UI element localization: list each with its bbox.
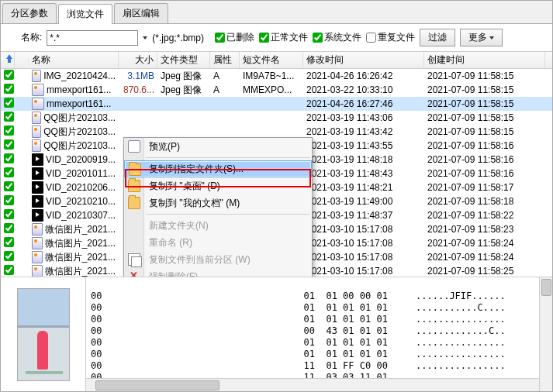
col-size[interactable]: 大小 [119, 52, 157, 68]
tab-browse-files[interactable]: 浏览文件 [58, 4, 112, 24]
del-icon [128, 270, 140, 277]
image-icon [32, 84, 44, 96]
file-name-cell: 微信图片_2021... [29, 223, 119, 236]
menu-item-label: 预览(P) [149, 140, 180, 153]
file-name-cell: 微信图片_2021... [29, 237, 119, 250]
row-checkbox[interactable] [1, 195, 15, 208]
menu-item-label: 复制到 "我的文档" (M) [149, 197, 240, 210]
file-name-cell: VID_20201011... [29, 167, 119, 180]
preview-icon [128, 140, 140, 153]
col-type[interactable]: 文件类型 [157, 52, 210, 68]
file-mod-cell: 2021-03-19 11:43:06 [303, 112, 424, 123]
image-icon [32, 126, 41, 138]
col-short[interactable]: 短文件名 [240, 52, 303, 68]
file-cre-cell: 2021-07-09 11:58:23 [424, 224, 545, 235]
row-checkbox[interactable] [1, 181, 15, 194]
table-row[interactable]: mmexport161...2021-04-26 16:27:462021-07… [1, 97, 552, 111]
row-checkbox[interactable] [1, 251, 15, 263]
menu-item-label: 复制文件到当前分区 (W) [149, 253, 251, 266]
row-checkbox[interactable] [1, 237, 15, 249]
chk-normal[interactable]: 正常文件 [259, 31, 308, 44]
file-cre-cell: 2021-07-09 11:58:18 [424, 196, 545, 207]
file-size-cell: 3.1MB [119, 70, 157, 81]
file-cre-cell: 2021-07-09 11:58:17 [424, 182, 545, 193]
more-button[interactable]: 更多 [460, 29, 503, 46]
folder-icon [129, 163, 141, 176]
arrow-up-icon [4, 53, 15, 64]
menu-item: 重命名 (R) [124, 234, 312, 251]
row-checkbox[interactable] [1, 70, 15, 82]
table-row[interactable]: QQ图片202103...2021-03-19 11:43:062021-07-… [1, 111, 552, 125]
menu-item-label: 强制删除(F) [149, 270, 198, 277]
file-cre-cell: 2021-07-09 11:58:15 [424, 70, 545, 81]
up-folder-button[interactable] [1, 52, 15, 68]
name-pattern-input[interactable] [47, 30, 138, 46]
hex-horizontal-scrollbar[interactable] [86, 378, 539, 391]
file-cre-cell: 2021-07-09 11:58:15 [424, 98, 545, 109]
thumbnail-image [17, 288, 70, 381]
file-name-cell: VID_20210210... [29, 195, 119, 208]
col-name[interactable]: 名称 [29, 52, 119, 68]
file-cre-cell: 2021-07-09 11:58:16 [424, 154, 545, 165]
chk-dup[interactable]: 重复文件 [366, 31, 415, 44]
table-row[interactable]: mmexport161...870.6...Jpeg 图像AMMEXPO...2… [1, 83, 552, 97]
image-icon [32, 70, 41, 82]
file-name-cell: QQ图片202103... [29, 139, 119, 153]
file-cre-cell: 2021-07-09 11:58:16 [424, 168, 545, 179]
file-mod-cell: 2021-03-19 11:43:42 [303, 126, 424, 137]
col-mod[interactable]: 修改时间 [303, 52, 424, 68]
chk-system[interactable]: 系统文件 [313, 31, 361, 44]
row-checkbox[interactable] [1, 209, 15, 222]
row-checkbox[interactable] [1, 84, 15, 96]
menu-separator [146, 157, 310, 158]
menu-item[interactable]: 复制到 "桌面" (D) [124, 177, 312, 194]
context-menu: 预览(P)复制到指定文件夹(S)...复制到 "桌面" (D)复制到 "我的文档… [123, 137, 313, 277]
file-name-cell: VID_20210206... [29, 181, 119, 194]
file-name-cell: 微信图片_2021... [29, 251, 119, 264]
row-checkbox[interactable] [1, 98, 15, 110]
menu-item[interactable]: 复制到 "我的文档" (M) [124, 194, 312, 211]
menu-item: 强制删除(F) [124, 268, 312, 277]
filter-button[interactable]: 过滤 [420, 29, 455, 46]
chevron-down-icon [489, 36, 494, 40]
row-checkbox[interactable] [1, 112, 15, 124]
file-mod-cell: 2021-04-26 16:26:42 [303, 70, 424, 81]
file-cre-cell: 2021-07-09 11:58:25 [424, 266, 545, 277]
folder-icon [128, 197, 140, 209]
tab-sector-edit[interactable]: 扇区编辑 [114, 3, 168, 23]
file-mod-cell: 2021-03-19 11:43:55 [303, 140, 424, 151]
image-icon [32, 139, 41, 152]
image-icon [32, 98, 44, 110]
menu-separator [146, 214, 310, 215]
video-icon [32, 181, 43, 194]
row-checkbox[interactable] [1, 223, 15, 236]
table-row[interactable]: IMG_20210424...3.1MBJpeg 图像AIM9A7B~1...2… [1, 69, 552, 83]
main-tabs: 分区参数 浏览文件 扇区编辑 [1, 1, 552, 24]
hex-vertical-scrollbar[interactable] [539, 277, 552, 391]
file-mod-cell: 2021-03-19 11:49:00 [303, 196, 424, 207]
bottom-panel: 00 01 01 00 00 01 ......JFIF...... 00 01… [1, 277, 552, 391]
dropdown-icon[interactable] [143, 36, 147, 40]
menu-item-label: 复制到 "桌面" (D) [149, 180, 220, 193]
row-checkbox[interactable] [1, 139, 15, 152]
table-header: 名称 大小 文件类型 属性 短文件名 修改时间 创建时间 [1, 52, 552, 69]
video-icon [32, 153, 43, 166]
row-checkbox[interactable] [1, 265, 15, 277]
tab-partition-params[interactable]: 分区参数 [2, 3, 57, 23]
col-cre[interactable]: 创建时间 [424, 52, 545, 68]
file-attr-cell: A [210, 70, 240, 81]
hex-viewer[interactable]: 00 01 01 00 00 01 ......JFIF...... 00 01… [86, 277, 552, 391]
col-attr[interactable]: 属性 [210, 52, 240, 68]
row-checkbox[interactable] [1, 167, 15, 180]
row-checkbox[interactable] [1, 153, 15, 166]
filter-toolbar: 名称: (*.jpg;*.bmp) 已删除 正常文件 系统文件 重复文件 过滤 … [1, 24, 552, 52]
file-name-cell: mmexport161... [29, 84, 119, 96]
row-checkbox[interactable] [1, 126, 15, 138]
file-mod-cell: 2021-03-10 15:17:08 [303, 224, 424, 235]
file-short-cell: IM9A7B~1... [240, 70, 303, 81]
menu-item: 复制文件到当前分区 (W) [124, 251, 312, 268]
menu-item[interactable]: 预览(P) [124, 138, 312, 155]
chk-deleted[interactable]: 已删除 [215, 31, 254, 44]
file-mod-cell: 2021-03-22 10:33:10 [303, 84, 424, 95]
menu-item[interactable]: 复制到指定文件夹(S)... [124, 160, 312, 177]
